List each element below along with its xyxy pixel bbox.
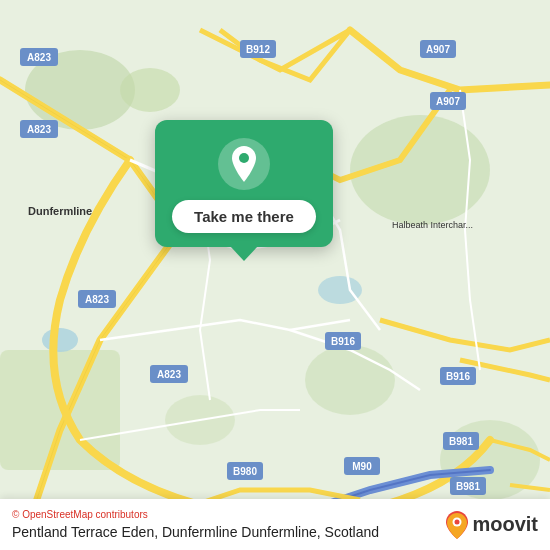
bottom-left: © OpenStreetMap contributors Pentland Te… [12, 509, 379, 540]
svg-text:A823: A823 [157, 369, 181, 380]
svg-text:A823: A823 [27, 124, 51, 135]
svg-text:A823: A823 [27, 52, 51, 63]
popup-card: Take me there [155, 120, 333, 247]
moovit-pin-icon [446, 511, 468, 539]
svg-text:B916: B916 [446, 371, 470, 382]
svg-text:A907: A907 [426, 44, 450, 55]
osm-attribution: © OpenStreetMap contributors [12, 509, 379, 520]
svg-text:Halbeath Interchar...: Halbeath Interchar... [392, 220, 473, 230]
svg-point-41 [455, 519, 460, 524]
osm-symbol: © [12, 509, 19, 520]
svg-text:B980: B980 [233, 466, 257, 477]
moovit-logo: moovit [446, 511, 538, 539]
svg-text:A907: A907 [436, 96, 460, 107]
moovit-text: moovit [472, 513, 538, 536]
svg-point-7 [42, 328, 78, 352]
location-pin-icon [228, 146, 260, 182]
svg-text:B912: B912 [246, 44, 270, 55]
svg-text:B981: B981 [449, 436, 473, 447]
svg-point-2 [305, 345, 395, 415]
osm-text: OpenStreetMap contributors [22, 509, 148, 520]
svg-text:A823: A823 [85, 294, 109, 305]
moovit-brand: moovit [446, 511, 538, 539]
location-icon-wrapper [218, 138, 270, 190]
map-container: A823 A823 A823 A823 B912 A907 A907 A907 … [0, 0, 550, 550]
location-name: Pentland Terrace Eden, Dunfermline Dunfe… [12, 524, 379, 540]
svg-point-39 [239, 153, 249, 163]
svg-point-6 [120, 68, 180, 112]
svg-text:Dunfermline: Dunfermline [28, 205, 92, 217]
take-me-there-button[interactable]: Take me there [172, 200, 316, 233]
bottom-bar: © OpenStreetMap contributors Pentland Te… [0, 499, 550, 550]
map-svg: A823 A823 A823 A823 B912 A907 A907 A907 … [0, 0, 550, 550]
svg-point-8 [318, 276, 362, 304]
svg-text:B916: B916 [331, 336, 355, 347]
svg-text:M90: M90 [352, 461, 372, 472]
svg-text:B981: B981 [456, 481, 480, 492]
